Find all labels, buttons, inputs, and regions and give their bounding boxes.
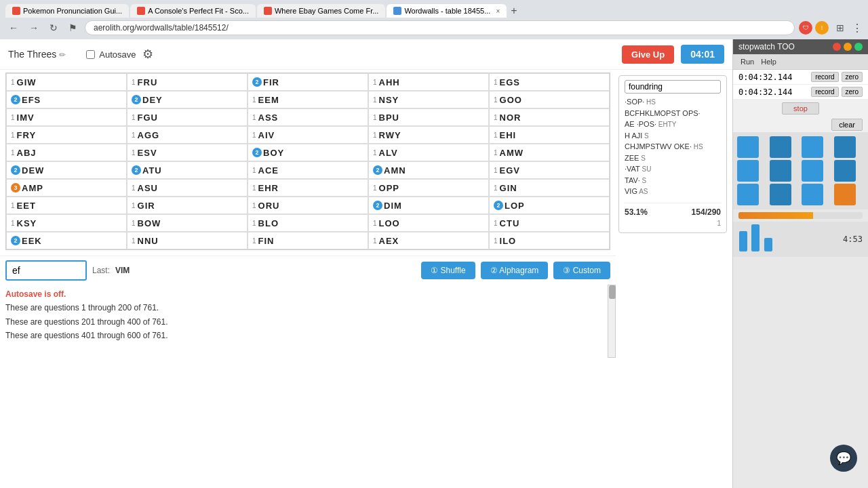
sw-thumb-7	[802, 160, 823, 182]
num-plain: 1	[494, 220, 498, 227]
num-plain: 1	[132, 184, 136, 192]
grid-cell: 1BLO	[248, 214, 368, 232]
grid-cell: 1ASS	[248, 108, 368, 126]
word-text: FRU	[138, 77, 158, 87]
scroll-track[interactable]	[608, 285, 616, 358]
sw-thumb-4	[834, 136, 856, 158]
num-plain: 1	[11, 114, 15, 121]
min-window-icon[interactable]	[844, 43, 852, 51]
give-up-button[interactable]: Give Up	[622, 45, 674, 64]
tab-console-label: A Console's Perfect Fit - Sco...	[148, 7, 249, 15]
badge-blue: 2	[252, 148, 262, 157]
word-text: DIM	[384, 201, 402, 211]
tab-pokemon[interactable]: Pokemon Pronunciation Gui...	[5, 4, 129, 18]
lexicon-box: ·SOP· HSBCFHKLMOPST OPS·AE ·POS· EHTYH A…	[618, 75, 727, 233]
num-plain: 1	[494, 237, 498, 245]
lexicon-content: ·SOP· HSBCFHKLMOPST OPS·AE ·POS· EHTYH A…	[625, 96, 721, 197]
progress-row: 53.1% 154/290	[625, 203, 721, 218]
refresh-button[interactable]: ↻	[46, 20, 61, 35]
sw-run-button[interactable]: Run	[738, 57, 756, 66]
badge-blue: 2	[132, 95, 141, 104]
word-text: CTU	[500, 218, 520, 228]
tab-console[interactable]: A Console's Perfect Fit - Sco...	[130, 4, 256, 18]
word-text: ASU	[138, 183, 158, 193]
close-window-icon[interactable]	[833, 43, 841, 51]
custom-button[interactable]: ③ Custom	[553, 262, 610, 279]
new-tab-button[interactable]: +	[508, 5, 519, 17]
sw-zero-button-1[interactable]: zero	[842, 72, 863, 82]
num-plain: 1	[373, 96, 377, 104]
num-plain: 1	[373, 131, 377, 139]
shuffle-button[interactable]: ① Shuffle	[421, 262, 475, 279]
info-line: These are questions 401 through 600 of 7…	[5, 329, 610, 342]
lexicon-line: CHJMPSTWV OKE· HS	[625, 141, 721, 152]
autosave-off-text: Autosave is off.	[5, 287, 610, 301]
autosave-checkbox[interactable]	[86, 50, 95, 59]
num-plain: 1	[494, 96, 498, 104]
word-text: LOO	[379, 218, 400, 228]
address-bar[interactable]	[85, 20, 795, 35]
grid-cell: 1KSY	[6, 214, 127, 232]
menu-icon[interactable]: ⋮	[852, 22, 863, 35]
num-plain: 1	[494, 114, 498, 121]
back-button[interactable]: ←	[5, 20, 22, 35]
num-plain: 1	[494, 149, 498, 157]
sw-clear-button[interactable]: clear	[831, 119, 863, 131]
grid-cell: 2EEK	[6, 232, 127, 249]
lexicon-line: BCFHKLMOPST OPS·	[625, 108, 721, 119]
tab-wordwalls[interactable]: Wordwalls - table 18455... ×	[387, 4, 507, 18]
word-text: ALV	[379, 148, 398, 158]
browser-nav: ← → ↻ ⚑ 🛡 ! ⊞ ⋮	[5, 20, 863, 35]
badge-blue: 2	[373, 201, 382, 210]
num-plain: 1	[132, 131, 136, 139]
grid-cell: 1EHR	[248, 179, 368, 197]
grid-cell: 1FRU	[127, 73, 248, 91]
word-text: LOP	[505, 201, 525, 211]
num-plain: 1	[494, 167, 498, 174]
grid-cell: 2DIM	[368, 197, 489, 214]
info-line: These are questions 201 through 400 of 7…	[5, 315, 610, 329]
word-grid: 1GIW1FRU2FIR1AHH1EGS2EFS2DEY1EEM1NSY1GOO…	[5, 73, 610, 250]
nav-icons: 🛡 !	[799, 21, 829, 35]
sw-bars	[738, 224, 773, 254]
gear-button[interactable]: ⚙	[142, 47, 153, 62]
grid-cell: 1ACE	[248, 161, 368, 179]
grid-cell: 1ESV	[127, 144, 248, 161]
badge-blue: 2	[11, 236, 20, 245]
sw-stop-button[interactable]: stop	[782, 102, 819, 115]
sw-bar-1	[739, 231, 747, 251]
sw-record-button-1[interactable]: record	[811, 72, 838, 82]
alphagram-button[interactable]: ② Alphagram	[481, 262, 549, 279]
answer-input[interactable]	[5, 260, 87, 281]
tab-close-icon[interactable]: ×	[496, 7, 500, 15]
sw-record-button-2[interactable]: record	[811, 87, 838, 97]
edit-icon[interactable]: ✏	[59, 50, 66, 60]
badge-blue: 2	[494, 201, 503, 210]
grid-cell: 2ATU	[127, 161, 248, 179]
word-text: EGS	[500, 77, 520, 87]
grid-cell: 2FIR	[248, 73, 368, 91]
extensions-button[interactable]: ⊞	[833, 20, 848, 35]
grid-cell: 1AIV	[248, 126, 368, 144]
forward-button[interactable]: →	[26, 20, 42, 35]
num-plain: 1	[494, 131, 498, 139]
tab-ebay-label: Where Ebay Games Come Fr...	[275, 7, 378, 15]
scroll-thumb[interactable]	[609, 285, 616, 299]
bookmark-button[interactable]: ⚑	[65, 20, 81, 35]
grid-cell: 1AEX	[368, 232, 489, 249]
lexicon-line: H AJI S	[625, 130, 721, 142]
sw-zero-button-2[interactable]: zero	[842, 87, 863, 97]
tab-ebay[interactable]: Where Ebay Games Come Fr...	[257, 4, 385, 18]
lexicon-search[interactable]	[625, 80, 721, 94]
word-text: ATU	[142, 165, 162, 176]
max-window-icon[interactable]	[854, 43, 863, 51]
shield-icon: 🛡	[799, 21, 812, 35]
stopwatch-title: stopwatch TOO	[733, 39, 868, 54]
sw-thumb-2	[770, 136, 791, 158]
word-text: ILO	[500, 236, 517, 246]
chat-bubble[interactable]: 💬	[830, 445, 857, 472]
grid-cell: 1EGS	[489, 73, 610, 91]
sw-help-button[interactable]: Help	[759, 57, 778, 66]
grid-cell: 1GIW	[6, 73, 127, 91]
word-text: KSY	[17, 218, 37, 228]
